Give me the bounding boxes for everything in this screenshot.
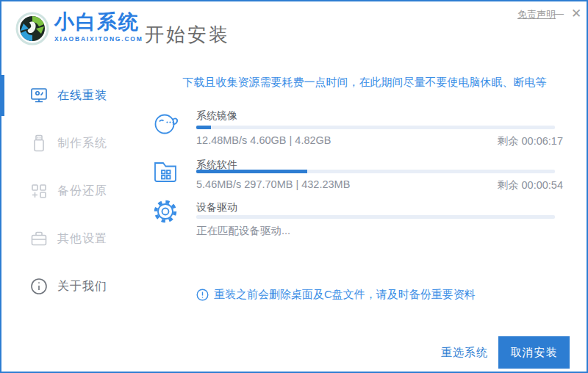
task-remaining-system-software: 剩余 00:00:54 bbox=[498, 178, 563, 192]
brand-name: 小白系统 bbox=[54, 11, 143, 33]
usb-drive-icon bbox=[29, 134, 49, 153]
sidebar-item-about-us[interactable]: 关于我们 bbox=[1, 263, 141, 310]
gear-icon bbox=[151, 197, 180, 226]
folder-apps-icon bbox=[151, 156, 180, 186]
app-window: 小白系统 XIAOBAIXITONG.COM 开始安装 免责声明 — ✕ 在线重… bbox=[0, 0, 588, 373]
close-icon[interactable]: ✕ bbox=[571, 6, 581, 21]
sidebar-item-label: 其他设置 bbox=[57, 231, 107, 247]
sidebar-item-label: 关于我们 bbox=[57, 279, 107, 294]
progress-bar-system-image bbox=[196, 126, 555, 129]
backup-note-text: 重装之前会删除桌面及C盘文件，请及时备份重要资料 bbox=[214, 288, 476, 302]
backup-grid-icon bbox=[29, 181, 49, 200]
download-warning-text: 下载且收集资源需要耗费一点时间，在此期间尽量不要使电脑休眠、断电等 bbox=[148, 76, 581, 90]
reselect-system-button[interactable]: 重选系统 bbox=[441, 346, 488, 360]
backup-note: 重装之前会删除桌面及C盘文件，请及时备份重要资料 bbox=[196, 288, 476, 302]
page-title: 开始安装 bbox=[145, 22, 230, 48]
task-title-device-driver: 设备驱动 bbox=[196, 201, 237, 214]
sidebar-item-label: 在线重装 bbox=[57, 88, 107, 104]
sidebar-item-label: 制作系统 bbox=[57, 136, 107, 151]
sidebar-item-online-reinstall[interactable]: 在线重装 bbox=[1, 72, 141, 119]
brand-domain: XIAOBAIXITONG.COM bbox=[54, 35, 143, 43]
progress-bar-device-driver bbox=[196, 215, 555, 219]
disclaimer-link[interactable]: 免责声明 bbox=[517, 8, 556, 21]
progress-fill bbox=[196, 126, 211, 129]
monitor-reinstall-icon bbox=[29, 86, 49, 105]
alert-circle-icon bbox=[196, 289, 209, 301]
task-title-system-image: 系统镜像 bbox=[196, 109, 237, 123]
task-meta-device-driver: 正在匹配设备驱动... bbox=[196, 224, 290, 238]
brand-logo-icon bbox=[15, 11, 50, 46]
sidebar-item-other-settings[interactable]: 其他设置 bbox=[1, 215, 141, 262]
task-remaining-system-image: 剩余 00:06:17 bbox=[498, 134, 563, 148]
progress-bar-system-software bbox=[196, 170, 555, 173]
minimize-icon[interactable]: — bbox=[553, 7, 564, 19]
brand-text: 小白系统 XIAOBAIXITONG.COM bbox=[54, 11, 143, 43]
sidebar-item-make-system[interactable]: 制作系统 bbox=[1, 120, 141, 167]
progress-fill bbox=[196, 170, 307, 173]
app-logo: 小白系统 XIAOBAIXITONG.COM bbox=[15, 11, 143, 46]
sidebar-item-backup-restore[interactable]: 备份还原 bbox=[1, 167, 141, 214]
cancel-install-button[interactable]: 取消安装 bbox=[498, 336, 570, 369]
sidebar-item-label: 备份还原 bbox=[57, 184, 107, 199]
mascot-face-icon bbox=[151, 109, 180, 138]
briefcase-icon bbox=[29, 229, 49, 248]
task-meta-system-software: 5.46MB/s 297.70MB | 432.23MB bbox=[196, 178, 350, 190]
info-circle-icon bbox=[29, 277, 49, 296]
task-meta-system-image: 12.48MB/s 4.60GB | 4.82GB bbox=[196, 134, 331, 146]
